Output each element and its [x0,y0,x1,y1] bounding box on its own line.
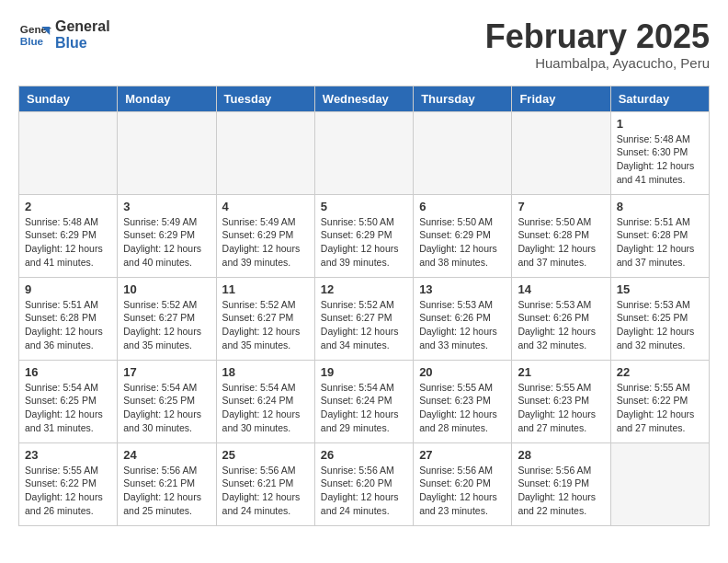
day-number: 15 [617,282,703,296]
calendar-cell: 20Sunrise: 5:55 AMSunset: 6:23 PMDayligh… [414,360,512,442]
day-info: Sunrise: 5:51 AMSunset: 6:28 PMDaylight:… [25,298,111,352]
calendar-cell: 8Sunrise: 5:51 AMSunset: 6:28 PMDaylight… [610,194,709,277]
calendar-cell: 3Sunrise: 5:49 AMSunset: 6:29 PMDaylight… [118,194,216,277]
calendar-cell [216,111,314,194]
day-info: Sunrise: 5:53 AMSunset: 6:25 PMDaylight:… [617,298,703,352]
day-number: 23 [25,448,111,462]
day-info: Sunrise: 5:50 AMSunset: 6:29 PMDaylight:… [321,215,407,270]
month-title: February 2025 [485,18,710,55]
calendar-cell: 28Sunrise: 5:56 AMSunset: 6:19 PMDayligh… [512,442,610,525]
day-info: Sunrise: 5:54 AMSunset: 6:25 PMDaylight:… [25,381,111,435]
weekday-header-saturday: Saturday [610,86,709,111]
calendar-cell: 26Sunrise: 5:56 AMSunset: 6:20 PMDayligh… [314,442,413,525]
day-info: Sunrise: 5:56 AMSunset: 6:21 PMDaylight:… [222,464,309,518]
day-number: 21 [518,365,604,379]
day-info: Sunrise: 5:53 AMSunset: 6:26 PMDaylight:… [518,298,604,352]
calendar-cell: 11Sunrise: 5:52 AMSunset: 6:27 PMDayligh… [216,277,314,360]
weekday-header-sunday: Sunday [19,86,118,111]
day-info: Sunrise: 5:55 AMSunset: 6:23 PMDaylight:… [419,381,506,435]
calendar-cell [314,111,413,194]
day-info: Sunrise: 5:54 AMSunset: 6:24 PMDaylight:… [222,381,309,435]
calendar-cell: 2Sunrise: 5:48 AMSunset: 6:29 PMDaylight… [19,194,118,277]
day-info: Sunrise: 5:49 AMSunset: 6:29 PMDaylight:… [222,215,309,270]
day-number: 5 [321,200,407,213]
day-number: 10 [123,282,210,296]
location-subtitle: Huambalpa, Ayacucho, Peru [485,55,710,71]
day-number: 20 [419,365,506,379]
day-number: 25 [222,448,309,462]
day-info: Sunrise: 5:55 AMSunset: 6:22 PMDaylight:… [617,381,703,435]
day-number: 28 [518,448,604,462]
day-info: Sunrise: 5:50 AMSunset: 6:29 PMDaylight:… [419,215,506,270]
day-info: Sunrise: 5:54 AMSunset: 6:25 PMDaylight:… [123,381,210,435]
day-number: 3 [123,200,210,213]
weekday-header-row: SundayMondayTuesdayWednesdayThursdayFrid… [19,86,710,111]
svg-text:Blue: Blue [20,35,44,47]
calendar-cell: 4Sunrise: 5:49 AMSunset: 6:29 PMDaylight… [216,194,314,277]
day-number: 11 [222,282,309,296]
day-number: 18 [222,365,309,379]
day-info: Sunrise: 5:56 AMSunset: 6:20 PMDaylight:… [321,464,407,518]
calendar-cell: 10Sunrise: 5:52 AMSunset: 6:27 PMDayligh… [118,277,216,360]
calendar-cell: 18Sunrise: 5:54 AMSunset: 6:24 PMDayligh… [216,360,314,442]
calendar-cell: 5Sunrise: 5:50 AMSunset: 6:29 PMDaylight… [314,194,413,277]
day-number: 16 [25,365,111,379]
week-row-2: 2Sunrise: 5:48 AMSunset: 6:29 PMDaylight… [19,194,710,277]
logo-general: General [55,18,110,35]
day-info: Sunrise: 5:52 AMSunset: 6:27 PMDaylight:… [222,298,309,352]
weekday-header-monday: Monday [118,86,216,111]
calendar-cell: 16Sunrise: 5:54 AMSunset: 6:25 PMDayligh… [19,360,118,442]
day-number: 19 [321,365,407,379]
calendar-cell: 24Sunrise: 5:56 AMSunset: 6:21 PMDayligh… [118,442,216,525]
day-number: 27 [419,448,506,462]
title-block: February 2025 Huambalpa, Ayacucho, Peru [485,18,710,71]
calendar-cell: 14Sunrise: 5:53 AMSunset: 6:26 PMDayligh… [512,277,610,360]
week-row-3: 9Sunrise: 5:51 AMSunset: 6:28 PMDaylight… [19,277,710,360]
day-info: Sunrise: 5:55 AMSunset: 6:23 PMDaylight:… [518,381,604,435]
day-number: 26 [321,448,407,462]
day-info: Sunrise: 5:52 AMSunset: 6:27 PMDaylight:… [321,298,407,352]
calendar-cell: 19Sunrise: 5:54 AMSunset: 6:24 PMDayligh… [314,360,413,442]
calendar-cell: 17Sunrise: 5:54 AMSunset: 6:25 PMDayligh… [118,360,216,442]
calendar-cell: 13Sunrise: 5:53 AMSunset: 6:26 PMDayligh… [414,277,512,360]
calendar-cell: 23Sunrise: 5:55 AMSunset: 6:22 PMDayligh… [19,442,118,525]
day-info: Sunrise: 5:50 AMSunset: 6:28 PMDaylight:… [518,215,604,270]
calendar-cell: 15Sunrise: 5:53 AMSunset: 6:25 PMDayligh… [610,277,709,360]
day-info: Sunrise: 5:52 AMSunset: 6:27 PMDaylight:… [123,298,210,352]
day-info: Sunrise: 5:56 AMSunset: 6:20 PMDaylight:… [419,464,506,518]
calendar-table: SundayMondayTuesdayWednesdayThursdayFrid… [18,86,710,526]
day-info: Sunrise: 5:49 AMSunset: 6:29 PMDaylight:… [123,215,210,270]
week-row-1: 1Sunrise: 5:48 AMSunset: 6:30 PMDaylight… [19,111,710,194]
calendar-cell: 27Sunrise: 5:56 AMSunset: 6:20 PMDayligh… [414,442,512,525]
calendar-cell: 7Sunrise: 5:50 AMSunset: 6:28 PMDaylight… [512,194,610,277]
calendar-cell: 25Sunrise: 5:56 AMSunset: 6:21 PMDayligh… [216,442,314,525]
week-row-4: 16Sunrise: 5:54 AMSunset: 6:25 PMDayligh… [19,360,710,442]
calendar-body: 1Sunrise: 5:48 AMSunset: 6:30 PMDaylight… [19,111,710,525]
calendar-cell [19,111,118,194]
calendar-cell: 21Sunrise: 5:55 AMSunset: 6:23 PMDayligh… [512,360,610,442]
calendar-cell [610,442,709,525]
day-number: 22 [617,365,703,379]
page-header: General Blue General Blue February 2025 … [18,18,710,71]
logo-blue: Blue [55,35,110,52]
weekday-header-tuesday: Tuesday [216,86,314,111]
day-info: Sunrise: 5:53 AMSunset: 6:26 PMDaylight:… [419,298,506,352]
calendar-cell: 22Sunrise: 5:55 AMSunset: 6:22 PMDayligh… [610,360,709,442]
weekday-header-thursday: Thursday [414,86,512,111]
day-number: 14 [518,282,604,296]
calendar-cell [414,111,512,194]
day-number: 13 [419,282,506,296]
day-info: Sunrise: 5:56 AMSunset: 6:21 PMDaylight:… [123,464,210,518]
calendar-header: SundayMondayTuesdayWednesdayThursdayFrid… [19,86,710,111]
day-number: 17 [123,365,210,379]
day-info: Sunrise: 5:55 AMSunset: 6:22 PMDaylight:… [25,464,111,518]
weekday-header-wednesday: Wednesday [314,86,413,111]
weekday-header-friday: Friday [512,86,610,111]
day-number: 4 [222,200,309,213]
day-info: Sunrise: 5:48 AMSunset: 6:30 PMDaylight:… [617,132,703,187]
logo-icon: General Blue [18,18,51,52]
week-row-5: 23Sunrise: 5:55 AMSunset: 6:22 PMDayligh… [19,442,710,525]
calendar-cell: 9Sunrise: 5:51 AMSunset: 6:28 PMDaylight… [19,277,118,360]
day-info: Sunrise: 5:51 AMSunset: 6:28 PMDaylight:… [617,215,703,270]
logo: General Blue General Blue [18,18,110,52]
